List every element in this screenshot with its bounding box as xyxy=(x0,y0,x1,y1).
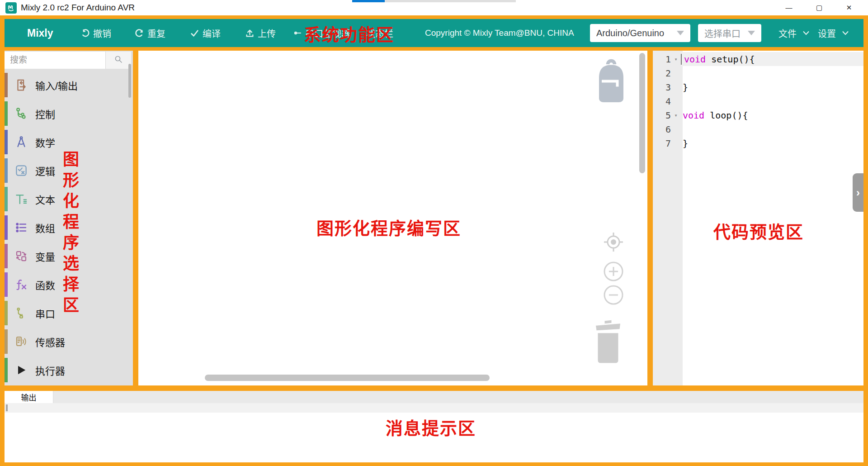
serial-monitor-label: 串口监视器 xyxy=(305,27,350,40)
workspace-vertical-scrollbar[interactable] xyxy=(639,53,645,173)
console-caret xyxy=(6,404,8,411)
sidebar-item-serial[interactable]: 串口 xyxy=(5,299,133,327)
file-menu-label: 文件 xyxy=(778,27,797,40)
compile-label: 编译 xyxy=(203,27,221,40)
redo-button[interactable]: 重复 xyxy=(135,19,165,47)
category-color-strip xyxy=(5,244,8,268)
code-line-5: 5 ▾ void loop(){ xyxy=(653,108,863,122)
undo-label: 撤销 xyxy=(93,27,111,40)
actuator-play-icon xyxy=(14,362,29,378)
chevron-down-icon xyxy=(802,30,810,36)
sidebar-item-text[interactable]: 文本 xyxy=(5,185,133,213)
logic-icon xyxy=(14,163,29,178)
search-input[interactable] xyxy=(5,52,105,69)
line-number: 4 xyxy=(653,96,671,107)
output-tab-bar: 输出 xyxy=(5,391,863,403)
blockly-workspace[interactable] xyxy=(138,51,647,385)
code-line-3: 3 } xyxy=(653,80,863,94)
upload-label: 上传 xyxy=(258,27,276,40)
code-line-2: 2 xyxy=(653,66,863,80)
sidebar-item-math[interactable]: 数学 xyxy=(5,128,133,156)
main-toolbar: Mixly 撤销 重复 编译 上传 xyxy=(5,19,863,47)
sidebar-item-control[interactable]: 控制 xyxy=(5,100,133,128)
sidebar-item-label: 执行器 xyxy=(35,363,65,377)
maximize-button[interactable]: ▢ xyxy=(806,0,832,15)
status-bar-button[interactable]: 状态栏 xyxy=(366,19,393,47)
sidebar-item-variable[interactable]: 变量 xyxy=(5,242,133,270)
zoom-in-button[interactable] xyxy=(603,261,624,284)
category-color-strip xyxy=(5,358,8,382)
sidebar-item-function[interactable]: 函数 xyxy=(5,271,133,299)
minimize-button[interactable]: — xyxy=(776,0,802,15)
code-preview-panel: 1 ▾ void setup(){ 2 3 } 4 5 ▾ void loop(… xyxy=(653,51,863,385)
chevron-down-icon xyxy=(842,30,849,36)
sidebar-item-logic[interactable]: 逻辑 xyxy=(5,157,133,185)
sidebar-item-label: 逻辑 xyxy=(35,163,55,178)
category-color-strip xyxy=(5,130,8,154)
chevron-down-icon xyxy=(748,31,755,35)
port-select[interactable]: 选择串口 xyxy=(698,24,761,42)
mixly-menu-button[interactable]: Mixly xyxy=(27,19,53,47)
trash-icon[interactable] xyxy=(593,315,623,367)
app-frame: Mixly 撤销 重复 编译 上传 xyxy=(0,15,868,466)
compile-button[interactable]: 编译 xyxy=(190,19,221,47)
category-color-strip xyxy=(5,101,8,126)
control-icon xyxy=(14,106,29,121)
sidebar-item-input-output[interactable]: 输入/输出 xyxy=(5,71,133,99)
undo-button[interactable]: 撤销 xyxy=(80,19,111,47)
sidebar-item-sensor[interactable]: 传感器 xyxy=(5,328,133,356)
close-button[interactable]: ✕ xyxy=(836,0,862,15)
category-color-strip xyxy=(5,73,8,97)
redo-label: 重复 xyxy=(147,27,165,40)
array-list-icon xyxy=(14,220,29,235)
line-number: 1 xyxy=(653,54,671,65)
code-keyword: void xyxy=(681,110,704,121)
board-select-value: Arduino/Genuino xyxy=(596,28,664,38)
port-select-value: 选择串口 xyxy=(704,27,741,40)
title-bar: Mixly 2.0 rc2 For Arduino AVR — ▢ ✕ xyxy=(0,0,868,15)
text-cursor xyxy=(681,54,682,65)
fold-toggle-icon[interactable]: ▾ xyxy=(671,56,681,62)
search-row xyxy=(5,52,131,69)
sensor-icon xyxy=(14,334,29,349)
line-number: 3 xyxy=(653,82,671,93)
line-number: 5 xyxy=(653,110,671,121)
upload-icon xyxy=(245,29,255,38)
serial-monitor-button[interactable]: 串口监视器 xyxy=(293,19,350,47)
sidebar-item-actuator[interactable]: 执行器 xyxy=(5,356,133,384)
fold-toggle-icon[interactable]: ▾ xyxy=(671,112,681,119)
sidebar-item-label: 控制 xyxy=(35,106,55,121)
settings-menu[interactable]: 设置 xyxy=(818,19,849,47)
copyright-text: Copyright © Mixly Team@BNU, CHINA xyxy=(425,19,574,47)
sidebar-item-label: 文本 xyxy=(35,192,55,206)
workspace-horizontal-scrollbar[interactable] xyxy=(205,375,490,381)
tab-output-label: 输出 xyxy=(21,391,37,403)
redo-icon xyxy=(135,29,144,38)
category-color-strip xyxy=(5,215,8,240)
variable-icon xyxy=(14,248,29,264)
board-select[interactable]: Arduino/Genuino xyxy=(590,24,690,42)
tab-output[interactable]: 输出 xyxy=(5,391,53,403)
category-color-strip xyxy=(5,329,8,354)
code-keyword: void xyxy=(682,54,706,65)
search-icon xyxy=(114,55,123,66)
sidebar-item-array[interactable]: 数组 xyxy=(5,214,133,242)
backpack-icon[interactable] xyxy=(595,59,627,107)
upload-button[interactable]: 上传 xyxy=(245,19,276,47)
code-text: setup(){ xyxy=(706,54,755,65)
status-bar-label: 状态栏 xyxy=(366,27,393,40)
chevron-right-icon: › xyxy=(856,186,860,199)
sidebar-item-label: 传感器 xyxy=(35,334,65,349)
code-line-1: 1 ▾ void setup(){ xyxy=(653,52,863,66)
console-line[interactable] xyxy=(5,403,863,413)
mixly-logo-icon xyxy=(5,2,17,14)
center-view-button[interactable] xyxy=(603,232,624,254)
search-button[interactable] xyxy=(105,52,131,69)
undo-icon xyxy=(80,29,90,38)
block-category-sidebar: 输入/输出 控制 数学 逻辑 xyxy=(5,51,133,385)
collapse-panel-button[interactable]: › xyxy=(853,173,863,212)
file-menu[interactable]: 文件 xyxy=(778,19,810,47)
zoom-out-button[interactable] xyxy=(603,285,624,307)
serial-plug-icon xyxy=(293,29,302,38)
serial-cable-icon xyxy=(14,305,29,321)
